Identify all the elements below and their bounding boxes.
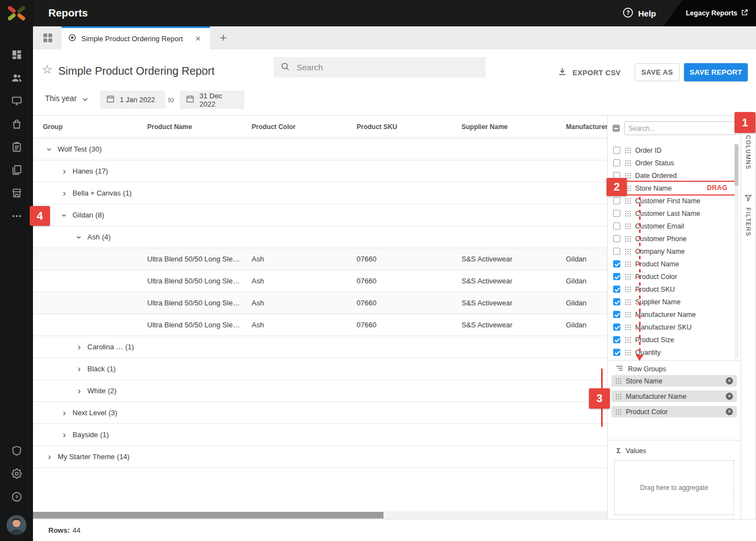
sidebar-item-screen[interactable] (0, 90, 33, 113)
checkbox-checked[interactable] (613, 324, 620, 331)
checkbox-unchecked[interactable] (613, 222, 620, 230)
chevron-right-icon[interactable]: › (60, 182, 69, 204)
column-item[interactable]: Product Size (608, 333, 741, 346)
help-button[interactable]: ? Help (622, 0, 656, 26)
checkbox-unchecked[interactable] (613, 147, 620, 154)
tab-filters[interactable]: FILTERS (741, 194, 755, 237)
chevron-right-icon[interactable]: › (60, 424, 69, 446)
column-item[interactable]: Product Name (608, 258, 741, 270)
drag-handle-icon[interactable] (615, 409, 621, 415)
column-item[interactable]: Product Color (608, 270, 741, 283)
checkbox-unchecked[interactable] (613, 210, 620, 217)
chevron-down-icon[interactable]: › (75, 226, 84, 248)
tab-grid-icon[interactable] (42, 32, 54, 44)
active-report-tab[interactable]: Simple Product Ordering Report ✕ (62, 26, 210, 49)
sidebar-item-more[interactable] (0, 205, 33, 228)
checkbox-unchecked[interactable] (613, 235, 620, 242)
column-item[interactable]: Customer Last Name (608, 207, 741, 220)
drag-handle-icon[interactable] (625, 349, 631, 355)
sidebar-item-help[interactable]: ? (0, 486, 33, 509)
date-to-field[interactable]: 31 Dec 2022 (180, 91, 244, 109)
drag-handle-icon[interactable] (625, 236, 631, 242)
drag-handle-icon[interactable] (625, 223, 631, 229)
column-search-input[interactable] (624, 121, 736, 135)
drag-handle-icon[interactable] (625, 248, 631, 254)
column-header[interactable]: Product Color (252, 116, 296, 138)
column-item[interactable]: Manufacturer SKU (608, 321, 741, 333)
app-logo-icon[interactable] (4, 3, 29, 23)
checkbox-checked[interactable] (613, 273, 620, 280)
drag-handle-icon[interactable] (625, 337, 631, 343)
checkbox-unchecked[interactable] (613, 159, 620, 166)
remove-icon[interactable]: ✕ (726, 393, 733, 400)
sidebar-item-shield[interactable] (0, 440, 33, 463)
drag-handle-icon[interactable] (625, 160, 631, 166)
column-header[interactable]: Supplier Name (462, 116, 508, 138)
sidebar-item-settings[interactable] (0, 463, 33, 486)
drag-handle-icon[interactable] (625, 274, 631, 280)
checkbox-checked[interactable] (613, 260, 620, 267)
chevron-down-icon[interactable]: › (45, 138, 54, 160)
drag-handle-icon[interactable] (615, 393, 621, 399)
column-item[interactable]: Customer Phone (608, 232, 741, 245)
kebab-menu-icon[interactable]: ⋮ (198, 65, 207, 77)
drag-handle-icon[interactable] (625, 261, 631, 267)
column-item[interactable]: Customer First Name (608, 194, 741, 207)
chevron-right-icon[interactable]: › (75, 380, 84, 402)
favorite-star-icon[interactable]: ☆ (42, 63, 53, 77)
chevron-right-icon[interactable]: › (75, 336, 84, 358)
close-tab-icon[interactable]: ✕ (193, 34, 203, 44)
drag-handle-icon[interactable] (615, 378, 621, 384)
checkbox-checked[interactable] (613, 311, 620, 318)
column-header[interactable]: Product SKU (357, 116, 397, 138)
sidebar-item-customers[interactable] (0, 67, 33, 90)
panel-scrollbar[interactable] (735, 144, 738, 359)
drag-handle-icon[interactable] (625, 299, 631, 305)
checkbox-unchecked[interactable] (613, 248, 620, 255)
column-item[interactable]: Order ID (608, 144, 741, 157)
panel-scrollbar-thumb[interactable] (735, 144, 738, 186)
date-from-field[interactable]: 1 Jan 2022 (100, 91, 165, 109)
sidebar-item-store[interactable] (0, 182, 33, 205)
drag-handle-icon[interactable] (625, 210, 631, 216)
drag-handle-icon[interactable] (625, 147, 631, 153)
drag-handle-icon[interactable] (625, 286, 631, 292)
horizontal-scrollbar[interactable] (33, 511, 607, 519)
save-report-button[interactable]: SAVE REPORT (684, 63, 748, 81)
column-item[interactable]: Order Status (608, 157, 741, 169)
legacy-reports-link[interactable]: Legacy Reports (664, 0, 756, 26)
drag-handle-icon[interactable] (625, 311, 631, 317)
search-input[interactable] (296, 62, 479, 72)
drag-handle-icon[interactable] (625, 324, 631, 330)
row-group-pill[interactable]: Product Color✕ (612, 406, 737, 417)
values-drop-zone[interactable]: Drag here to aggregate (614, 460, 734, 515)
chevron-right-icon[interactable]: › (75, 358, 84, 380)
checkbox-checked[interactable] (613, 286, 620, 293)
date-preset-dropdown[interactable]: This year (45, 94, 88, 103)
new-tab-button[interactable]: + (214, 26, 232, 49)
sidebar-item-dashboard[interactable] (0, 44, 33, 67)
column-item[interactable]: Date Ordered (608, 169, 741, 182)
checkbox-checked[interactable] (613, 336, 620, 343)
column-item[interactable]: Product SKU (608, 283, 741, 295)
column-item[interactable]: Company Name (608, 245, 741, 258)
sidebar-item-products[interactable] (0, 113, 33, 136)
remove-icon[interactable]: ✕ (726, 377, 733, 384)
drag-handle-icon[interactable] (625, 198, 631, 204)
select-all-checkbox[interactable] (613, 125, 620, 132)
sidebar-item-avatar[interactable] (0, 514, 33, 539)
column-item[interactable]: Store NameDRAG (608, 182, 741, 194)
checkbox-unchecked[interactable] (613, 197, 620, 204)
column-item[interactable]: Manufacturer Name (608, 308, 741, 321)
export-csv-button[interactable]: EXPORT CSV (557, 63, 621, 82)
row-group-pill[interactable]: Manufacturer Name✕ (612, 391, 737, 402)
save-as-button[interactable]: SAVE AS (635, 63, 680, 81)
chevron-right-icon[interactable]: › (60, 402, 69, 424)
column-item[interactable]: Quantity (608, 346, 741, 359)
column-header[interactable]: Group (43, 116, 63, 138)
row-group-pill[interactable]: Store Name✕ (612, 375, 737, 387)
checkbox-checked[interactable] (613, 349, 620, 356)
sidebar-item-reports[interactable] (0, 159, 33, 182)
column-item[interactable]: Customer Email (608, 220, 741, 232)
chevron-right-icon[interactable]: › (45, 446, 54, 468)
